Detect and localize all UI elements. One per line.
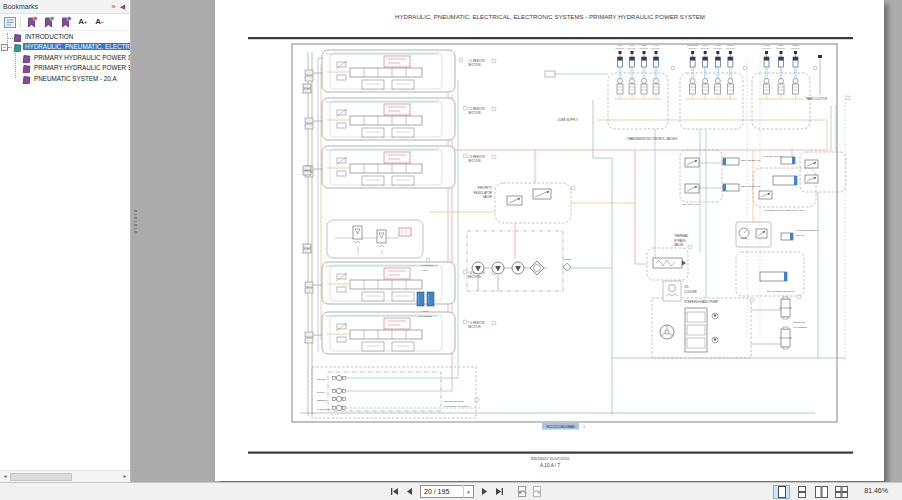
svg-text:BRAKE VALVE: BRAKE VALVE <box>683 203 700 206</box>
previous-page-button[interactable] <box>403 485 416 498</box>
svg-text:THIRD: THIRD <box>714 44 721 46</box>
scroll-right-icon[interactable]: ▸ <box>120 471 130 482</box>
svg-text:REVERSE: REVERSE <box>687 44 698 46</box>
splitter-handle-icon <box>134 210 137 233</box>
next-view-button[interactable] <box>530 485 543 498</box>
svg-text:CLUTCH: CLUTCH <box>777 47 786 49</box>
svg-text:SECTION: SECTION <box>468 275 480 279</box>
statusbar: ▾ <box>0 482 902 500</box>
svg-text:HITCH: HITCH <box>421 269 429 272</box>
svg-text:COOLER: COOLER <box>684 290 698 294</box>
svg-text:POWER BEYOND: POWER BEYOND <box>444 400 464 403</box>
bookmark-purple-icon[interactable] <box>59 16 72 29</box>
bookmarks-hscrollbar[interactable]: ◂ ▸ <box>0 470 130 482</box>
bookmark-label: INTRODUCTION <box>23 33 73 40</box>
bookmark-item-pneumatic[interactable]: PNEUMATIC SYSTEM - 20.A <box>0 73 130 84</box>
svg-text:CLUTCH: CLUTCH <box>791 47 800 49</box>
svg-text:MED: MED <box>642 44 647 46</box>
svg-text:SUPPLY: SUPPLY <box>317 391 326 393</box>
svg-text:CLUTCH: CLUTCH <box>628 47 637 49</box>
svg-text:A.10.A / 7: A.10.A / 7 <box>540 463 560 468</box>
svg-text:CYLINDERS: CYLINDERS <box>418 315 432 318</box>
svg-text:MANIFOLD (OPTIONAL): MANIFOLD (OPTIONAL) <box>444 405 471 408</box>
svg-text:LUBE SUPPLY: LUBE SUPPLY <box>558 118 578 122</box>
bookmark-icon <box>21 73 32 84</box>
bookmark-item-primary-hydraulic-2[interactable]: PRIMARY HYDRAULIC POWER SYSTEM <box>0 63 130 74</box>
svg-text:TRANSMISSION CONTROL VALVES: TRANSMISSION CONTROL VALVES <box>627 137 677 141</box>
facing-view-button[interactable] <box>813 485 830 499</box>
hydraulic-schematic: HYDRAULIC, PNEUMATIC, ELECTRICAL, ELECTR… <box>215 0 884 481</box>
pdf-page: HYDRAULIC, PNEUMATIC, ELECTRICAL, ELECTR… <box>215 0 884 481</box>
bookmark-item-introduction[interactable]: INTRODUCTION <box>0 31 130 42</box>
decrease-text-size-icon[interactable]: A− <box>93 16 106 29</box>
bookmark-label-selected: HYDRAULIC, PNEUMATIC, ELECTRICAL <box>23 43 130 50</box>
svg-text:SERVICE BRAKE: SERVICE BRAKE <box>741 159 761 162</box>
zoom-level: 81.46% <box>864 487 888 494</box>
previous-view-button[interactable] <box>515 485 528 498</box>
dock-panel-icon[interactable]: » <box>109 3 118 10</box>
bookmark-item-primary-hydraulic-1[interactable]: PRIMARY HYDRAULIC POWER SYSTEM <box>0 52 130 63</box>
svg-text:VALVE: VALVE <box>674 243 683 247</box>
svg-text:CREEP: CREEP <box>792 44 800 46</box>
bookmark-label: PRIMARY HYDRAULIC POWER SYSTEM <box>32 64 130 71</box>
svg-text:SENSING: SENSING <box>317 399 327 401</box>
next-page-button[interactable] <box>478 485 491 498</box>
pdf-reader-window: Bookmarks » ◀ A+ A− <box>0 0 902 500</box>
first-page-button[interactable] <box>388 485 401 498</box>
svg-text:HITCH: HITCH <box>421 310 429 313</box>
svg-text:REGULATOR: REGULATOR <box>474 191 493 195</box>
svg-text:HYDRAULIC, PNEUMATIC, ELECTRIC: HYDRAULIC, PNEUMATIC, ELECTRICAL, ELECTR… <box>395 13 705 20</box>
svg-text:MASTER CLUTCH RELEASE VALVE: MASTER CLUTCH RELEASE VALVE <box>764 209 804 212</box>
bookmarks-panel-header: Bookmarks » ◀ <box>0 0 130 14</box>
svg-text:FIRST: FIRST <box>727 44 734 46</box>
svg-text:PARK/EMERGENCY: PARK/EMERGENCY <box>796 229 819 232</box>
view-mode-group <box>773 485 850 499</box>
bookmark-green-icon[interactable] <box>42 16 55 29</box>
svg-text:SERVICE BRAKE: SERVICE BRAKE <box>741 185 761 188</box>
bookmark-red-icon[interactable] <box>25 16 38 29</box>
bookmark-options-icon[interactable] <box>3 16 16 29</box>
svg-text:CLUTCH: CLUTCH <box>701 47 710 49</box>
svg-text:BRAKE RELEASE PUMP: BRAKE RELEASE PUMP <box>767 290 795 293</box>
document-canvas[interactable]: HYDRAULIC, PNEUMATIC, ELECTRICAL, ELECTR… <box>140 0 902 482</box>
svg-text:PARK CLUTCH: PARK CLUTCH <box>806 97 827 101</box>
svg-text:MFD: MFD <box>618 44 623 46</box>
svg-text:FILTER: FILTER <box>563 258 571 261</box>
svg-text:CATEGORY 4: CATEGORY 4 <box>421 264 437 267</box>
svg-text:SECTION: SECTION <box>468 159 480 163</box>
scrollbar-thumb[interactable] <box>10 473 72 481</box>
bookmark-label: PNEUMATIC SYSTEM - 20.A <box>32 75 117 82</box>
svg-text:HIGH: HIGH <box>653 44 659 46</box>
single-page-view-button[interactable] <box>773 485 790 499</box>
increase-text-size-icon[interactable]: A+ <box>76 16 89 29</box>
svg-text:FIFTH: FIFTH <box>702 44 709 46</box>
svg-text:CLUTCH: CLUTCH <box>762 47 771 49</box>
svg-text:1: 1 <box>583 425 585 429</box>
bookmark-item-hydraulic[interactable]: − HYDRAULIC, PNEUMATIC, ELECTRICAL <box>0 42 130 53</box>
continuous-view-button[interactable] <box>793 485 810 499</box>
bookmark-icon <box>12 42 23 53</box>
bookmark-icon <box>21 52 32 63</box>
hide-panel-icon[interactable]: ◀ <box>118 3 127 11</box>
svg-text:STEERING HAND PUMP: STEERING HAND PUMP <box>684 300 718 304</box>
page-dropdown-icon[interactable]: ▾ <box>463 485 473 498</box>
collapse-toggle-icon[interactable]: − <box>1 44 8 51</box>
last-page-button[interactable] <box>493 485 506 498</box>
svg-text:VALVE: VALVE <box>483 195 492 199</box>
page-number-input[interactable] <box>421 486 463 497</box>
svg-text:CASE DRAIN: CASE DRAIN <box>317 408 331 410</box>
bookmark-icon <box>12 31 23 42</box>
svg-text:CLUTCH: CLUTCH <box>640 47 649 49</box>
svg-text:CLUTCH: CLUTCH <box>652 47 661 49</box>
continuous-facing-view-button[interactable] <box>833 485 850 499</box>
bookmarks-toolbar: A+ A− <box>0 14 130 31</box>
scroll-left-icon[interactable]: ◂ <box>0 471 10 482</box>
svg-text:CLUTCH: CLUTCH <box>726 47 735 49</box>
page-navigation: ▾ <box>388 485 543 498</box>
svg-text:PRIORITY: PRIORITY <box>478 186 492 190</box>
panel-splitter[interactable] <box>132 0 140 482</box>
svg-text:SECTION: SECTION <box>468 325 480 329</box>
svg-text:THERMAL: THERMAL <box>674 234 689 238</box>
svg-text:BRAKE: BRAKE <box>796 234 805 237</box>
svg-text:CLUTCH: CLUTCH <box>688 47 697 49</box>
